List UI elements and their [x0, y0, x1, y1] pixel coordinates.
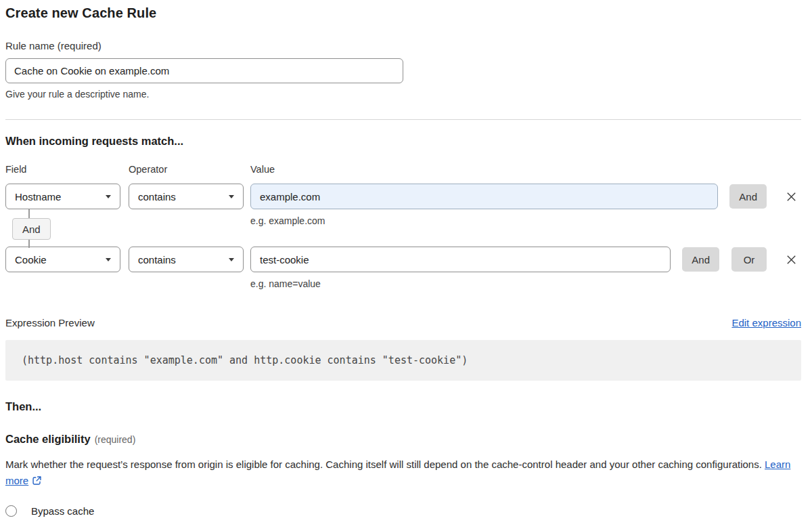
field-select-value: Hostname — [15, 191, 61, 203]
close-icon — [785, 190, 798, 203]
operator-select[interactable]: contains — [129, 184, 244, 209]
cache-eligibility-description: Mark whether the request’s response from… — [5, 456, 796, 489]
operator-select[interactable]: contains — [129, 247, 244, 272]
expression-preview-header: Expression Preview Edit expression — [5, 317, 801, 328]
and-button[interactable]: And — [729, 184, 767, 209]
field-select-value: Cookie — [15, 254, 47, 266]
operator-select-value: contains — [138, 254, 176, 266]
radio-icon — [5, 505, 17, 517]
chevron-down-icon — [106, 258, 111, 261]
rule-name-label: Rule name (required) — [5, 40, 801, 51]
connector-and-pill[interactable]: And — [12, 218, 51, 240]
cache-eligibility-title: Cache eligibility — [5, 433, 91, 445]
radio-label: Bypass cache — [31, 505, 94, 517]
match-row: Cookie contains e.g. name=value And Or — [5, 247, 801, 289]
value-input[interactable] — [250, 247, 671, 272]
or-button[interactable]: Or — [731, 247, 767, 272]
expression-preview-label: Expression Preview — [5, 317, 95, 328]
value-column-label: Value — [250, 164, 801, 175]
row-actions: And Or — [682, 247, 801, 272]
create-cache-rule-page: Create new Cache Rule Rule name (require… — [0, 0, 812, 531]
remove-condition-button[interactable] — [784, 189, 798, 204]
rule-name-section: Rule name (required) Give your rule a de… — [5, 40, 801, 100]
rule-name-help: Give your rule a descriptive name. — [5, 89, 801, 100]
page-title: Create new Cache Rule — [5, 5, 801, 21]
match-column-labels: Field Operator Value — [5, 164, 801, 175]
close-icon — [785, 253, 798, 266]
required-note: (required) — [95, 434, 136, 445]
value-hint: e.g. example.com — [250, 215, 718, 226]
edit-expression-link[interactable]: Edit expression — [731, 317, 801, 328]
remove-condition-button[interactable] — [784, 252, 798, 267]
radio-option-bypass-cache[interactable]: Bypass cache — [5, 505, 801, 517]
value-hint: e.g. name=value — [250, 278, 671, 289]
chevron-down-icon — [229, 195, 234, 198]
cache-eligibility-heading: Cache eligibility(required) — [5, 433, 801, 446]
chevron-down-icon — [106, 195, 111, 198]
field-column-label: Field — [5, 164, 120, 175]
operator-select-value: contains — [138, 191, 176, 203]
section-divider — [5, 119, 801, 120]
field-select[interactable]: Hostname — [5, 184, 120, 209]
then-heading: Then... — [5, 400, 801, 413]
match-rows: Hostname contains e.g. example.com And — [5, 184, 801, 289]
external-link-icon — [32, 475, 42, 486]
expression-code-block: (http.host contains "example.com" and ht… — [5, 340, 801, 381]
operator-column-label: Operator — [129, 164, 244, 175]
rule-name-input[interactable] — [5, 58, 403, 83]
chevron-down-icon — [229, 258, 234, 261]
value-cell: e.g. example.com — [250, 184, 718, 226]
and-button[interactable]: And — [682, 247, 719, 272]
match-section-heading: When incoming requests match... — [5, 135, 801, 148]
value-input[interactable] — [250, 184, 718, 209]
field-select[interactable]: Cookie — [5, 247, 120, 272]
value-cell: e.g. name=value — [250, 247, 671, 289]
match-row: Hostname contains e.g. example.com And — [5, 184, 801, 226]
row-actions: And — [729, 184, 801, 209]
description-text: Mark whether the request’s response from… — [5, 459, 762, 470]
